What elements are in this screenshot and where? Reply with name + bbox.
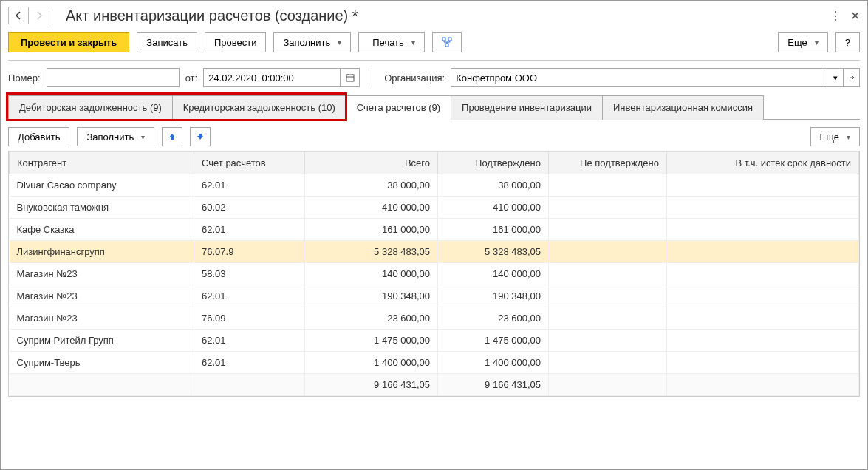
cell-total[interactable]: 1 400 000,00 xyxy=(305,352,438,374)
cell-confirmed[interactable]: 1 400 000,00 xyxy=(438,352,549,374)
cell-counterparty[interactable]: Суприм Ритейл Групп xyxy=(10,330,194,352)
cell-counterparty[interactable]: Магазин №23 xyxy=(10,285,194,307)
cell-confirmed[interactable]: 5 328 483,05 xyxy=(438,241,549,263)
cell-counterparty[interactable]: Суприм-Тверь xyxy=(10,352,194,374)
cell-account[interactable]: 62.01 xyxy=(194,285,305,307)
table-more-button[interactable]: Еще xyxy=(810,127,860,146)
cell-expired[interactable] xyxy=(667,352,859,374)
organization-input[interactable] xyxy=(451,68,827,87)
cell-account[interactable]: 62.01 xyxy=(194,330,305,352)
cell-counterparty[interactable]: Магазин №23 xyxy=(10,307,194,330)
cell-unconfirmed[interactable] xyxy=(549,263,667,285)
cell-expired[interactable] xyxy=(667,285,859,307)
cell-expired[interactable] xyxy=(667,174,859,197)
col-unconfirmed[interactable]: Не подтверждено xyxy=(549,152,667,174)
open-icon xyxy=(848,74,855,81)
cell-unconfirmed[interactable] xyxy=(549,330,667,352)
cell-expired[interactable] xyxy=(667,197,859,219)
move-down-button[interactable] xyxy=(190,127,211,146)
cell-expired[interactable] xyxy=(667,330,859,352)
cell-unconfirmed[interactable] xyxy=(549,197,667,219)
tab-accounts[interactable]: Счета расчетов (9) xyxy=(346,95,451,120)
col-expired[interactable]: В т.ч. истек срок давности xyxy=(667,152,859,174)
cell-expired[interactable] xyxy=(667,307,859,330)
cell-counterparty[interactable]: Кафе Сказка xyxy=(10,219,194,241)
cell-expired[interactable] xyxy=(667,219,859,241)
cell-confirmed[interactable]: 23 600,00 xyxy=(438,307,549,330)
more-button[interactable]: Еще xyxy=(778,32,827,52)
close-icon[interactable]: ✕ xyxy=(850,9,860,23)
org-dropdown-button[interactable]: ▾ xyxy=(827,68,844,87)
cell-confirmed[interactable]: 410 000,00 xyxy=(438,197,549,219)
tab-inventory[interactable]: Проведение инвентаризации xyxy=(451,95,603,120)
fill-rows-button[interactable]: Заполнить xyxy=(77,127,154,146)
cell-counterparty[interactable]: Магазин №23 xyxy=(10,263,194,285)
cell-unconfirmed[interactable] xyxy=(549,285,667,307)
cell-expired[interactable] xyxy=(667,263,859,285)
cell-total[interactable]: 38 000,00 xyxy=(305,174,438,197)
cell-counterparty[interactable]: Внуковская таможня xyxy=(10,197,194,219)
tab-commission[interactable]: Инвентаризационная комиссия xyxy=(602,95,764,120)
cell-confirmed[interactable]: 38 000,00 xyxy=(438,174,549,197)
table-row[interactable]: Магазин №2376.0923 600,0023 600,00 xyxy=(10,307,859,330)
structure-button[interactable] xyxy=(432,32,462,52)
col-confirmed[interactable]: Подтверждено xyxy=(438,152,549,174)
table-row[interactable]: Магазин №2358.03140 000,00140 000,00 xyxy=(10,263,859,285)
save-button[interactable]: Записать xyxy=(137,32,197,52)
cell-account[interactable]: 76.07.9 xyxy=(194,241,305,263)
post-button[interactable]: Провести xyxy=(205,32,267,52)
cell-total[interactable]: 5 328 483,05 xyxy=(305,241,438,263)
cell-account[interactable]: 62.01 xyxy=(194,219,305,241)
print-button[interactable]: Печать xyxy=(358,32,425,52)
forward-button[interactable] xyxy=(29,7,49,24)
table-row[interactable]: Суприм Ритейл Групп62.011 475 000,001 47… xyxy=(10,330,859,352)
cell-total[interactable]: 1 475 000,00 xyxy=(305,330,438,352)
col-total[interactable]: Всего xyxy=(305,152,438,174)
cell-unconfirmed[interactable] xyxy=(549,241,667,263)
back-button[interactable] xyxy=(8,7,29,24)
table-row[interactable]: Магазин №2362.01190 348,00190 348,00 xyxy=(10,285,859,307)
cell-unconfirmed[interactable] xyxy=(549,174,667,197)
cell-unconfirmed[interactable] xyxy=(549,307,667,330)
cell-total[interactable]: 190 348,00 xyxy=(305,285,438,307)
cell-counterparty[interactable]: Divuar Cacao company xyxy=(10,174,194,197)
calendar-button[interactable] xyxy=(341,68,360,87)
table-row[interactable]: Суприм-Тверь62.011 400 000,001 400 000,0… xyxy=(10,352,859,374)
col-account[interactable]: Счет расчетов xyxy=(194,152,305,174)
cell-account[interactable]: 62.01 xyxy=(194,352,305,374)
cell-account[interactable]: 62.01 xyxy=(194,174,305,197)
accounts-table[interactable]: Контрагент Счет расчетов Всего Подтвержд… xyxy=(9,151,859,396)
cell-unconfirmed[interactable] xyxy=(549,352,667,374)
date-input[interactable] xyxy=(203,68,341,87)
table-row[interactable]: Лизингфинансгрупп76.07.95 328 483,055 32… xyxy=(10,241,859,263)
cell-confirmed[interactable]: 140 000,00 xyxy=(438,263,549,285)
tab-debtors[interactable]: Дебиторская задолженность (9) xyxy=(8,95,173,120)
cell-confirmed[interactable]: 161 000,00 xyxy=(438,219,549,241)
cell-confirmed[interactable]: 1 475 000,00 xyxy=(438,330,549,352)
post-and-close-button[interactable]: Провести и закрыть xyxy=(8,32,129,52)
cell-account[interactable]: 76.09 xyxy=(194,307,305,330)
fill-button[interactable]: Заполнить xyxy=(273,32,351,52)
col-counterparty[interactable]: Контрагент xyxy=(10,152,194,174)
cell-confirmed[interactable]: 190 348,00 xyxy=(438,285,549,307)
cell-total[interactable]: 410 000,00 xyxy=(305,197,438,219)
add-row-button[interactable]: Добавить xyxy=(8,127,69,146)
table-row[interactable]: Внуковская таможня60.02410 000,00410 000… xyxy=(10,197,859,219)
arrow-right-icon xyxy=(35,11,44,20)
tab-creditors[interactable]: Кредиторская задолженность (10) xyxy=(172,95,346,120)
org-open-button[interactable] xyxy=(844,68,860,87)
more-menu-icon[interactable]: ⋮ xyxy=(830,9,841,23)
table-row[interactable]: Кафе Сказка62.01161 000,00161 000,00 xyxy=(10,219,859,241)
cell-unconfirmed[interactable] xyxy=(549,219,667,241)
help-button[interactable]: ? xyxy=(835,32,860,52)
cell-counterparty[interactable]: Лизингфинансгрупп xyxy=(10,241,194,263)
table-row[interactable]: Divuar Cacao company62.0138 000,0038 000… xyxy=(10,174,859,197)
cell-account[interactable]: 60.02 xyxy=(194,197,305,219)
cell-total[interactable]: 161 000,00 xyxy=(305,219,438,241)
number-input[interactable] xyxy=(47,68,180,87)
cell-total[interactable]: 23 600,00 xyxy=(305,307,438,330)
cell-expired[interactable] xyxy=(667,241,859,263)
cell-account[interactable]: 58.03 xyxy=(194,263,305,285)
cell-total[interactable]: 140 000,00 xyxy=(305,263,438,285)
move-up-button[interactable] xyxy=(162,127,182,146)
